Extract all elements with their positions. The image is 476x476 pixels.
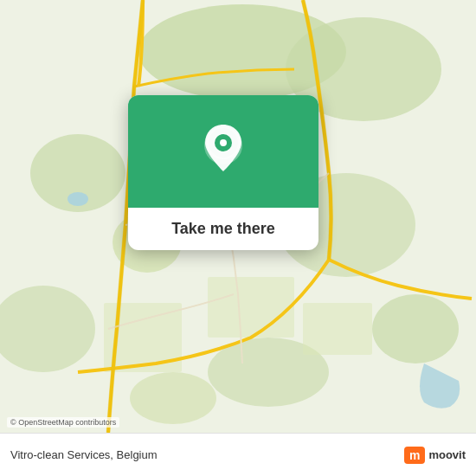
moovit-logo-letter: m: [404, 447, 425, 464]
svg-point-9: [130, 372, 216, 424]
svg-point-16: [220, 139, 227, 146]
popup-top: [128, 95, 318, 208]
take-me-there-button[interactable]: Take me there: [171, 220, 275, 238]
popup-bottom: Take me there: [128, 208, 318, 250]
svg-rect-11: [303, 303, 372, 355]
location-pin-icon: [198, 121, 248, 182]
moovit-logo-text: moovit: [428, 448, 466, 461]
map-attribution: © OpenStreetMap contributors: [7, 417, 119, 428]
popup-card: Take me there: [128, 95, 318, 250]
bottom-bar: Vitro-clean Services, Belgium m moovit: [0, 433, 476, 476]
svg-point-13: [68, 192, 88, 206]
location-info: Vitro-clean Services, Belgium: [10, 448, 158, 461]
svg-rect-10: [208, 277, 294, 338]
map-container: N399 N327 N399 N399 N399 N327 N305 N305 …: [0, 0, 476, 433]
moovit-logo: m moovit: [404, 447, 466, 464]
svg-point-6: [372, 294, 459, 363]
